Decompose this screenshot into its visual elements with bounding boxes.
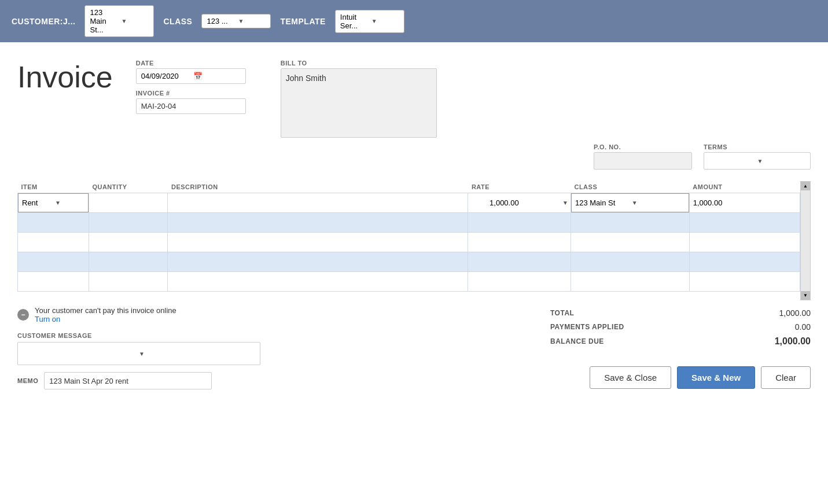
calendar-icon[interactable]: 📅 — [193, 72, 241, 80]
table-header: ITEM QUANTITY DESCRIPTION RATE CLASS AMO… — [18, 181, 800, 193]
cell-class[interactable]: 123 Main St▼ — [571, 193, 689, 213]
item-select[interactable]: Rent▼ — [18, 193, 89, 212]
cell-item — [18, 213, 89, 233]
template-dropdown-arrow: ▼ — [371, 18, 399, 24]
items-table: ITEM QUANTITY DESCRIPTION RATE CLASS AMO… — [17, 181, 800, 292]
cell-description[interactable] — [168, 213, 468, 233]
cell-item[interactable]: Rent▼ — [18, 193, 89, 213]
cell-quantity[interactable] — [89, 252, 168, 272]
bill-to-section: BILL TO John Smith — [281, 60, 437, 138]
po-terms-row: P.O. NO. TERMS ▼ — [17, 144, 811, 170]
cell-class[interactable] — [571, 213, 689, 233]
main-content: Invoice DATE 04/09/2020 📅 INVOICE # BILL… — [0, 42, 828, 504]
payments-row: PAYMENTS APPLIED 0.00 — [550, 320, 811, 334]
col-quantity: QUANTITY — [89, 181, 168, 193]
date-input[interactable]: 04/09/2020 📅 — [136, 68, 246, 84]
cell-class[interactable] — [571, 233, 689, 252]
cell-quantity[interactable] — [89, 193, 168, 213]
scroll-down-button[interactable]: ▼ — [801, 291, 810, 300]
customer-message-select[interactable]: ▼ — [17, 342, 260, 365]
turn-on-link[interactable]: Turn on — [35, 315, 60, 323]
col-amount: AMOUNT — [689, 181, 800, 193]
cell-description[interactable] — [168, 272, 468, 292]
notice-text-group: Your customer can't pay this invoice onl… — [35, 306, 176, 323]
cell-description[interactable] — [168, 252, 468, 272]
invoice-num-label: INVOICE # — [136, 90, 246, 97]
left-bottom: − Your customer can't pay this invoice o… — [17, 306, 307, 389]
payments-label: PAYMENTS APPLIED — [550, 323, 624, 331]
cell-quantity[interactable] — [89, 213, 168, 233]
cell-item — [18, 233, 89, 252]
class-label: CLASS — [163, 17, 192, 26]
table-row — [18, 252, 800, 272]
table-main: ITEM QUANTITY DESCRIPTION RATE CLASS AMO… — [17, 181, 800, 300]
payments-value: 0.00 — [753, 322, 811, 332]
terms-group: TERMS ▼ — [704, 144, 811, 170]
totals-section: TOTAL 1,000.00 PAYMENTS APPLIED 0.00 BAL… — [550, 306, 811, 349]
table-row — [18, 213, 800, 233]
cell-class[interactable] — [571, 272, 689, 292]
customer-select[interactable]: 123 Main St... ▼ — [84, 5, 154, 37]
total-value: 1,000.00 — [753, 308, 811, 318]
invoice-num-input[interactable] — [136, 98, 246, 114]
cell-rate[interactable] — [468, 233, 571, 252]
memo-input[interactable] — [44, 372, 212, 389]
cell-rate[interactable] — [468, 213, 571, 233]
cell-rate[interactable] — [468, 272, 571, 292]
customer-select-value: 123 Main St... — [90, 8, 117, 34]
cell-quantity[interactable] — [89, 272, 168, 292]
template-label: TEMPLATE — [280, 17, 325, 26]
clear-button[interactable]: Clear — [761, 366, 811, 389]
class-cell-select[interactable]: 123 Main St▼ — [571, 193, 689, 212]
invoice-header: Invoice DATE 04/09/2020 📅 INVOICE # BILL… — [17, 54, 811, 138]
rate-dropdown-arrow: ▼ — [521, 200, 568, 206]
class-select[interactable]: 123 ... ▼ — [201, 14, 271, 28]
template-select[interactable]: Intuit Ser... ▼ — [335, 10, 404, 33]
date-field-group: DATE 04/09/2020 📅 — [136, 60, 246, 84]
class-dropdown-arrow: ▼ — [238, 18, 266, 24]
invoice-title: Invoice — [17, 60, 113, 94]
template-select-value: Intuit Ser... — [340, 13, 368, 30]
balance-row: BALANCE DUE 1,000.00 — [550, 334, 811, 349]
date-value: 04/09/2020 — [141, 72, 189, 80]
items-table-wrapper: ITEM QUANTITY DESCRIPTION RATE CLASS AMO… — [17, 181, 811, 300]
terms-label: TERMS — [704, 144, 811, 150]
cell-rate[interactable] — [468, 252, 571, 272]
po-group: P.O. NO. — [594, 144, 692, 170]
col-description: DESCRIPTION — [168, 181, 468, 193]
cell-class[interactable] — [571, 252, 689, 272]
notice-icon: − — [17, 309, 29, 321]
date-label: DATE — [136, 60, 246, 67]
col-class: CLASS — [571, 181, 689, 193]
scroll-up-button[interactable]: ▲ — [801, 182, 810, 190]
cell-amount — [689, 233, 800, 252]
invoice-num-field-group: INVOICE # — [136, 90, 246, 114]
memo-row: MEMO — [17, 372, 307, 389]
cell-amount — [689, 213, 800, 233]
po-input[interactable] — [594, 152, 692, 170]
cell-rate[interactable]: 1,000.00▼ — [468, 193, 571, 213]
cell-description[interactable] — [168, 193, 468, 213]
right-bottom: TOTAL 1,000.00 PAYMENTS APPLIED 0.00 BAL… — [550, 306, 811, 389]
terms-select[interactable]: ▼ — [704, 152, 811, 170]
customer-message-label: CUSTOMER MESSAGE — [17, 332, 307, 339]
notice-text: Your customer can't pay this invoice onl… — [35, 306, 176, 315]
total-row: TOTAL 1,000.00 — [550, 306, 811, 320]
table-scrollbar[interactable]: ▲ ▼ — [800, 181, 811, 300]
total-label: TOTAL — [550, 309, 574, 317]
online-notice: − Your customer can't pay this invoice o… — [17, 306, 307, 323]
table-body: Rent▼1,000.00▼123 Main St▼1,000.00 — [18, 193, 800, 292]
cell-description[interactable] — [168, 233, 468, 252]
cell-amount — [689, 252, 800, 272]
action-buttons: Save & Close Save & New Clear — [590, 366, 811, 389]
bill-to-box[interactable]: John Smith — [281, 68, 437, 138]
cell-quantity[interactable] — [89, 233, 168, 252]
bill-to-label: BILL TO — [281, 60, 437, 67]
save-new-button[interactable]: Save & New — [677, 366, 755, 389]
col-item: ITEM — [18, 181, 89, 193]
date-invoice-section: DATE 04/09/2020 📅 INVOICE # — [136, 60, 246, 114]
table-row — [18, 233, 800, 252]
customer-label: CUSTOMER:J... — [12, 17, 75, 26]
save-close-button[interactable]: Save & Close — [590, 366, 671, 389]
bill-to-value: John Smith — [286, 73, 326, 83]
